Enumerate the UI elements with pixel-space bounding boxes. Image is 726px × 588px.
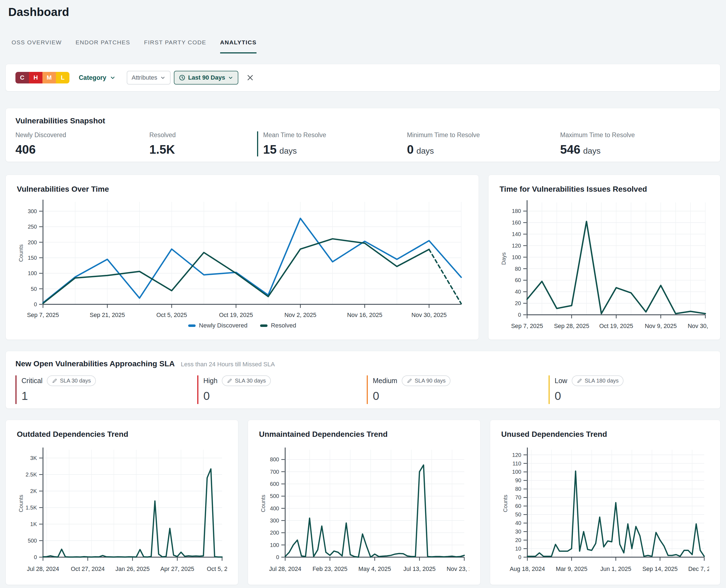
severity-high-chip[interactable]: H (29, 72, 42, 83)
svg-text:300: 300 (28, 208, 37, 214)
severity-low-chip[interactable]: L (56, 72, 69, 83)
tab-first-party-code[interactable]: FIRST PARTY CODE (144, 39, 206, 54)
legend-item[interactable]: Resolved (260, 322, 296, 329)
svg-text:Oct 19, 2025: Oct 19, 2025 (599, 323, 633, 329)
outdated-dependencies-card: Outdated Dependencies Trend 05001K1.5K2K… (5, 420, 238, 585)
svg-text:70: 70 (515, 495, 521, 500)
filter-bar: C H M L Category Attributes Last 90 Days (5, 64, 721, 91)
svg-text:Sep 14, 2025: Sep 14, 2025 (643, 566, 678, 572)
svg-text:20: 20 (515, 300, 521, 306)
chart-title: Time for Vulnerabilities Issues Resolved (499, 185, 709, 194)
svg-text:3K: 3K (30, 455, 37, 461)
sla-header: New Open Vulnerabilities Approaching SLA… (16, 359, 275, 368)
sla-item-medium: Medium SLA 90 days 0 (367, 375, 451, 404)
svg-text:Nov 23, 2025: Nov 23, 2025 (447, 566, 469, 572)
svg-text:Aug 18, 2024: Aug 18, 2024 (510, 566, 545, 572)
svg-text:80: 80 (515, 486, 521, 492)
svg-text:Apr 27, 2025: Apr 27, 2025 (160, 566, 194, 572)
attributes-dropdown-label: Attributes (132, 74, 157, 81)
sla-subtitle: Less than 24 Hours till Missed SLA (181, 361, 275, 368)
sla-value: 0 (555, 390, 623, 403)
svg-text:2.5K: 2.5K (26, 471, 37, 478)
svg-text:100: 100 (270, 542, 279, 548)
vulnerabilities-snapshot-card: Vulnerabilities Snapshot Newly Discovere… (5, 108, 721, 162)
page-title: Dashboard (8, 5, 69, 19)
severity-critical-chip[interactable]: C (16, 72, 29, 83)
legend-label: Resolved (271, 322, 296, 329)
svg-text:Counts: Counts (18, 495, 24, 512)
svg-text:10: 10 (515, 546, 521, 552)
svg-text:20: 20 (515, 537, 521, 543)
svg-text:50: 50 (31, 286, 37, 292)
svg-text:Jun 1, 2025: Jun 1, 2025 (600, 566, 631, 572)
vulnerabilities-over-time-card: Vulnerabilities Over Time 05010015020025… (5, 175, 479, 340)
pencil-icon (407, 378, 412, 384)
sla-edit-pill[interactable]: SLA 30 days (222, 375, 271, 386)
svg-text:Oct 27, 2024: Oct 27, 2024 (71, 566, 105, 572)
svg-text:50: 50 (515, 511, 521, 518)
outdated-dependencies-chart: 05001K1.5K2K2.5K3KJul 28, 2024Oct 27, 20… (17, 442, 227, 575)
svg-text:30: 30 (515, 528, 521, 534)
clear-filters-icon[interactable] (246, 74, 254, 82)
sla-edit-pill[interactable]: SLA 180 days (572, 375, 623, 386)
legend-dash-icon (188, 324, 195, 327)
svg-text:1K: 1K (30, 521, 37, 527)
severity-medium-chip[interactable]: M (42, 72, 56, 83)
svg-text:Oct 19, 2025: Oct 19, 2025 (219, 312, 253, 318)
chart-title: Vulnerabilities Over Time (17, 185, 468, 194)
sla-card: New Open Vulnerabilities Approaching SLA… (5, 351, 721, 409)
sla-value: 0 (203, 390, 271, 403)
svg-text:800: 800 (270, 456, 279, 462)
chart-title: Unmaintained Dependencies Trend (259, 430, 469, 439)
svg-text:Nov 30, 2025: Nov 30, 2025 (688, 323, 709, 329)
svg-text:90: 90 (515, 477, 521, 483)
svg-text:Nov 30, 2025: Nov 30, 2025 (411, 312, 447, 318)
svg-text:Nov 9, 2025: Nov 9, 2025 (645, 323, 677, 329)
time-range-dropdown[interactable]: Last 90 Days (174, 71, 238, 85)
svg-text:200: 200 (270, 530, 279, 536)
svg-text:Oct 5, 2025: Oct 5, 2025 (156, 312, 187, 318)
sla-edit-pill[interactable]: SLA 30 days (47, 375, 96, 386)
svg-text:Jul 13, 2025: Jul 13, 2025 (403, 566, 436, 572)
stat-newly-discovered: Newly Discovered 406 (16, 131, 66, 156)
svg-text:160: 160 (512, 219, 521, 226)
svg-text:Jul 28, 2024: Jul 28, 2024 (27, 566, 59, 572)
chart-title: Unused Dependencies Trend (501, 430, 709, 439)
unmaintained-dependencies-card: Unmaintained Dependencies Trend 01002003… (248, 420, 480, 585)
svg-text:Days: Days (501, 252, 507, 265)
svg-text:0: 0 (34, 301, 37, 307)
svg-text:Dec 7, 2025: Dec 7, 2025 (688, 566, 709, 572)
tab-endor-patches[interactable]: ENDOR PATCHES (76, 39, 130, 54)
svg-text:Sep 28, 2025: Sep 28, 2025 (554, 323, 589, 329)
svg-text:Counts: Counts (260, 495, 266, 512)
stat-minimum-time-to-resolve: Minimum Time to Resolve 0days (407, 131, 480, 156)
pencil-icon (52, 378, 57, 384)
attributes-dropdown[interactable]: Attributes (127, 71, 170, 85)
stat-maximum-time-to-resolve: Maximum Time to Resolve 546days (560, 131, 635, 156)
legend-item[interactable]: Newly Discovered (188, 322, 247, 329)
legend-dash-icon (260, 324, 268, 327)
svg-text:200: 200 (28, 239, 37, 245)
time-resolved-card: Time for Vulnerabilities Issues Resolved… (488, 175, 721, 340)
sla-item-high: High SLA 30 days 0 (197, 375, 271, 404)
tab-oss-overview[interactable]: OSS OVERVIEW (12, 39, 62, 54)
severity-filter: C H M L (16, 72, 69, 83)
category-dropdown[interactable]: Category (79, 74, 116, 82)
tab-analytics[interactable]: ANALYTICS (220, 39, 257, 54)
tab-bar: OSS OVERVIEW ENDOR PATCHES FIRST PARTY C… (12, 39, 256, 54)
svg-text:0: 0 (518, 554, 521, 560)
sla-edit-pill[interactable]: SLA 90 days (402, 375, 451, 386)
svg-text:300: 300 (270, 518, 279, 524)
sla-item-critical: Critical SLA 30 days 1 (16, 375, 96, 404)
pencil-icon (577, 378, 582, 384)
stat-resolved: Resolved 1.5K (149, 131, 178, 156)
unmaintained-dependencies-chart: 0100200300400500600700800Jul 28, 2024Feb… (259, 442, 469, 575)
svg-text:Jan 26, 2025: Jan 26, 2025 (116, 566, 150, 572)
svg-text:700: 700 (270, 469, 279, 475)
svg-text:40: 40 (515, 520, 521, 526)
svg-text:150: 150 (28, 255, 37, 261)
svg-text:May 4, 2025: May 4, 2025 (358, 566, 391, 572)
svg-text:Counts: Counts (502, 495, 509, 512)
chevron-down-icon (110, 75, 116, 81)
chevron-down-icon (228, 75, 233, 80)
